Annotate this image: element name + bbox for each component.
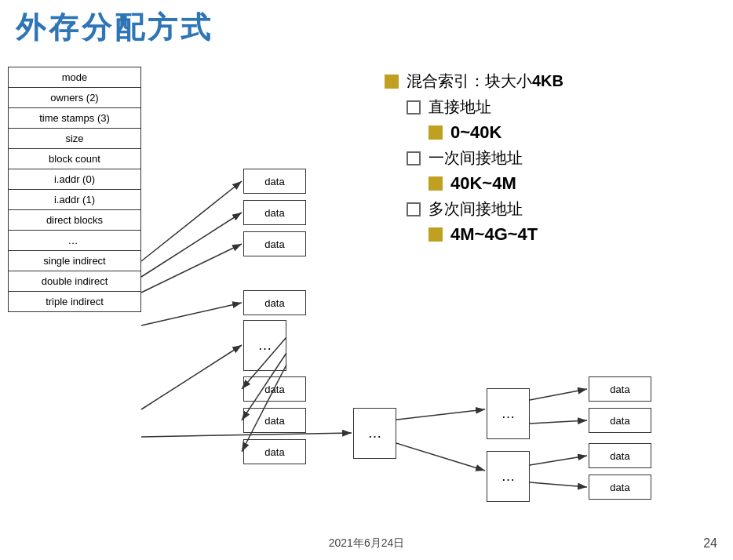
bullet-5 xyxy=(428,176,443,191)
inode-row-iaddr0: i.addr (0) xyxy=(9,169,141,190)
footer-date: 2021年6月24日 xyxy=(329,536,405,551)
data-box-1: data xyxy=(243,169,306,194)
data-box-8: data xyxy=(589,376,651,402)
inode-row-size: size xyxy=(9,129,141,149)
bullet-2 xyxy=(407,100,421,115)
info-panel: 混合索引：块大小4KB 直接地址 0~40K 一次间接地址 40K~4M 多次间… xyxy=(385,71,714,249)
dots-box-double-1: … xyxy=(353,408,396,459)
svg-line-10 xyxy=(396,409,485,420)
data-box-4: data xyxy=(243,290,306,315)
info-row-2: 直接地址 xyxy=(407,96,714,118)
svg-line-2 xyxy=(141,213,242,277)
dots-box-double-2: … xyxy=(487,388,530,439)
data-box-5: data xyxy=(243,376,306,402)
data-box-7: data xyxy=(243,439,306,464)
inode-row-iaddr1: i.addr (1) xyxy=(9,190,141,210)
data-box-2: data xyxy=(243,200,306,225)
bullet-7 xyxy=(428,227,443,242)
info-row-4: 一次间接地址 xyxy=(407,147,714,169)
inode-row-owners: owners (2) xyxy=(9,88,141,108)
inode-row-mode: mode xyxy=(9,67,141,88)
info-text-2: 直接地址 xyxy=(428,96,491,118)
info-text-5: 40K~4M xyxy=(450,173,516,194)
inode-row-timestamps: time stamps (3) xyxy=(9,108,141,129)
info-text-4: 一次间接地址 xyxy=(428,147,523,169)
inode-row-triple: triple indirect xyxy=(9,292,141,312)
info-row-3: 0~40K xyxy=(428,122,714,143)
svg-line-13 xyxy=(530,420,587,424)
info-text-3: 0~40K xyxy=(450,122,501,143)
info-row-1: 混合索引：块大小4KB xyxy=(385,71,714,92)
svg-line-1 xyxy=(141,181,242,261)
svg-line-5 xyxy=(141,345,242,409)
bullet-1 xyxy=(385,75,399,89)
inode-table: mode owners (2) time stamps (3) size blo… xyxy=(8,67,141,312)
svg-line-15 xyxy=(530,482,587,487)
info-text-1: 混合索引：块大小4KB xyxy=(407,71,563,92)
info-row-7: 4M~4G~4T xyxy=(428,224,714,245)
inode-row-blockcount: block count xyxy=(9,149,141,169)
info-text-7: 4M~4G~4T xyxy=(450,224,538,245)
svg-line-9 xyxy=(141,433,352,437)
data-box-10: data xyxy=(589,443,651,468)
data-box-6: data xyxy=(243,408,306,433)
bullet-4 xyxy=(407,151,421,165)
svg-line-11 xyxy=(396,443,485,471)
bullet-6 xyxy=(407,202,421,216)
svg-line-4 xyxy=(141,303,242,325)
data-box-9: data xyxy=(589,408,651,433)
data-box-3: data xyxy=(243,231,306,256)
data-box-11: data xyxy=(589,475,651,500)
inode-row-direct: direct blocks xyxy=(9,210,141,231)
inode-row-dots: … xyxy=(9,231,141,251)
dots-box-single: … xyxy=(243,320,286,371)
svg-line-14 xyxy=(530,456,587,465)
inode-row-double: double indirect xyxy=(9,271,141,292)
info-row-6: 多次间接地址 xyxy=(407,198,714,220)
info-text-6: 多次间接地址 xyxy=(428,198,523,220)
bullet-3 xyxy=(428,125,443,140)
svg-line-3 xyxy=(141,244,242,293)
page-title: 外存分配方式 xyxy=(16,8,213,48)
info-row-5: 40K~4M xyxy=(428,173,714,194)
footer-page: 24 xyxy=(703,536,717,551)
dots-box-double-3: … xyxy=(487,451,530,502)
inode-row-single: single indirect xyxy=(9,251,141,271)
svg-line-12 xyxy=(530,389,587,400)
